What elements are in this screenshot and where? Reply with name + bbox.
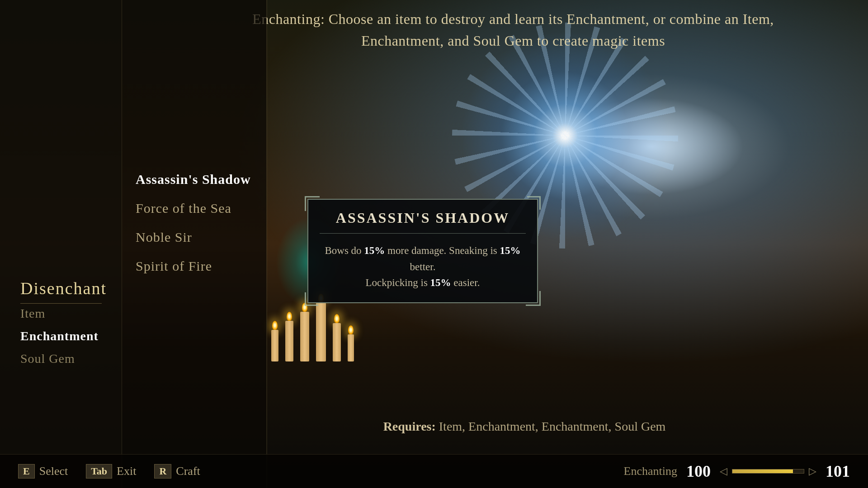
item-detail-popup: ASSASSIN'S SHADOW Bows do 15% more damag… [307, 199, 538, 303]
xp-arrow-right-icon: ▷ [809, 465, 816, 477]
hud-action-exit: Exit [117, 465, 136, 478]
requires-items-list: Item, Enchantment, Enchantment, Soul Gem [439, 419, 666, 433]
sidebar-panel: Disenchant Item Enchantment Soul Gem [0, 0, 122, 488]
hud-key-exit: Tab [86, 464, 112, 479]
sidebar-divider [20, 303, 102, 304]
hud-select-control: E Select [18, 464, 68, 479]
list-item-assassins-shadow[interactable]: Assassin's Shadow [136, 172, 251, 187]
xp-arrow-left-icon: ◁ [720, 465, 727, 477]
popup-corner-tr [527, 196, 541, 210]
popup-stat-lock: 15% [430, 277, 451, 288]
sidebar-menu: Item Enchantment Soul Gem [20, 306, 99, 366]
xp-bar-fill [732, 469, 793, 473]
sidebar-item-enchantment[interactable]: Enchantment [20, 329, 99, 343]
hud-skill-info: Enchanting 100 ◁ ▷ 101 [624, 462, 850, 481]
sidebar-item-soul-gem[interactable]: Soul Gem [20, 352, 99, 366]
hud-craft-control: R Craft [154, 464, 200, 479]
skill-level: 100 [686, 462, 711, 481]
hud-action-craft: Craft [176, 465, 200, 478]
xp-bar [732, 469, 804, 474]
list-item-spirit-of-fire[interactable]: Spirit of Fire [136, 258, 251, 274]
list-item-force-of-the-sea[interactable]: Force of the Sea [136, 201, 251, 216]
popup-item-description: Bows do 15% more damage. Sneaking is 15%… [308, 234, 537, 302]
hud-exit-control: Tab Exit [86, 464, 136, 479]
sidebar-item-item[interactable]: Item [20, 306, 99, 321]
hud-key-craft: R [154, 464, 171, 479]
list-item-noble-sir[interactable]: Noble Sir [136, 230, 251, 245]
sidebar-title: Disenchant [20, 278, 107, 298]
vertical-divider [267, 0, 267, 488]
item-list: Assassin's Shadow Force of the Sea Noble… [136, 172, 251, 274]
instruction-text: Enchanting: Choose an item to destroy an… [249, 8, 778, 52]
item-list-panel: Assassin's Shadow Force of the Sea Noble… [122, 0, 267, 488]
bottom-hud: E Select Tab Exit R Craft Enchanting 100… [0, 454, 868, 488]
popup-stat-sneak: 15% [500, 245, 521, 256]
skill-label: Enchanting [624, 465, 677, 478]
xp-bar-container: ◁ ▷ [720, 465, 816, 477]
xp-next-level: 101 [826, 462, 850, 481]
popup-item-title: ASSASSIN'S SHADOW [308, 200, 537, 233]
popup-corner-bl [305, 292, 318, 306]
requires-label: Requires: [383, 419, 436, 433]
hud-controls: E Select Tab Exit R Craft [18, 464, 200, 479]
hud-key-select: E [18, 464, 35, 479]
popup-stat-bows: 15% [364, 245, 385, 256]
requires-bar: Requires: Item, Enchantment, Enchantment… [249, 419, 800, 434]
hud-action-select: Select [39, 465, 68, 478]
